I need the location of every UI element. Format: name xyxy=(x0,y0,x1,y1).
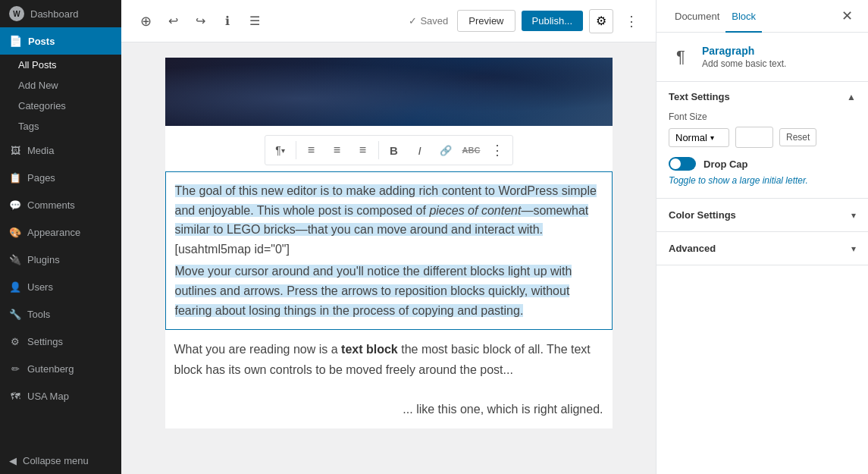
sidebar-sub-categories[interactable]: Categories xyxy=(0,96,121,116)
bold-button[interactable]: B xyxy=(382,138,406,162)
sidebar-item-users[interactable]: 👤 Users xyxy=(0,273,121,300)
saved-status: ✓ Saved xyxy=(409,15,448,27)
shortcode-line: [usahtml5map id="0"] xyxy=(175,240,603,259)
sidebar-item-media[interactable]: 🖼 Media xyxy=(0,137,121,164)
text-settings-header[interactable]: Text Settings ▲ xyxy=(656,82,868,111)
sidebar-item-plugins[interactable]: 🔌 Plugins xyxy=(0,246,121,273)
preview-button[interactable]: Preview xyxy=(457,10,515,32)
more-options-button[interactable]: ⋮ xyxy=(619,9,644,33)
info-button[interactable]: ℹ xyxy=(215,9,240,33)
panel-tabs: Document Block ✕ xyxy=(656,0,868,33)
text-settings-label: Text Settings xyxy=(669,91,730,102)
sidebar-item-gutenberg[interactable]: ✏ Gutenberg xyxy=(0,355,121,382)
align-left-button[interactable]: ≡ xyxy=(299,138,324,162)
sidebar-item-usa-map[interactable]: 🗺 USA Map xyxy=(0,382,121,410)
dashboard-label: Dashboard xyxy=(30,8,79,20)
align-center-button[interactable]: ≡ xyxy=(325,138,349,162)
sidebar-label-usa-map: USA Map xyxy=(27,391,69,402)
paragraph-type-button[interactable]: ¶ ▾ xyxy=(268,138,293,162)
align-right-button[interactable]: ≡ xyxy=(351,138,375,162)
drop-cap-label: Drop Cap xyxy=(703,159,748,170)
tab-block[interactable]: Block xyxy=(725,0,762,33)
panel-close-button[interactable]: ✕ xyxy=(838,7,856,25)
sidebar-label-tools: Tools xyxy=(27,309,50,320)
drop-cap-hint: Toggle to show a large initial letter. xyxy=(669,175,856,186)
media-icon: 🖼 xyxy=(9,144,21,156)
settings-gear-icon: ⚙ xyxy=(596,14,606,28)
block-details: Paragraph Add some basic text. xyxy=(702,45,856,69)
list-view-button[interactable]: ☰ xyxy=(243,9,267,33)
sidebar-item-pages[interactable]: 📋 Pages xyxy=(0,164,121,191)
plugins-icon: 🔌 xyxy=(9,253,21,265)
redo-button[interactable]: ↪ xyxy=(188,9,212,33)
drop-cap-toggle[interactable] xyxy=(669,157,696,171)
collapse-icon: ◀ xyxy=(9,455,17,466)
sidebar-sub-tags[interactable]: Tags xyxy=(0,116,121,137)
text-settings-content: Font Size Normal ▾ Reset Drop Cap Toggle… xyxy=(656,111,868,198)
main-area: ⊕ ↩ ↪ ℹ ☰ ✓ Saved Preview Publish... ⚙ ⋮ xyxy=(121,0,656,474)
text-settings-chevron-up: ▲ xyxy=(847,92,856,102)
sidebar-item-settings[interactable]: ⚙ Settings xyxy=(0,328,121,355)
align-left-icon: ≡ xyxy=(308,143,315,157)
right-panel: Document Block ✕ ¶ Paragraph Add some ba… xyxy=(656,0,868,474)
posts-label: Posts xyxy=(28,36,55,47)
add-block-button[interactable]: ⊕ xyxy=(133,9,158,33)
more-rich-text-button[interactable]: ⋮ xyxy=(485,138,509,162)
sidebar-item-dashboard[interactable]: W Dashboard xyxy=(0,0,121,27)
collapse-menu-button[interactable]: ◀ Collapse menu xyxy=(0,447,121,474)
font-size-input[interactable] xyxy=(735,127,773,148)
collapse-label: Collapse menu xyxy=(23,455,89,466)
users-icon: 👤 xyxy=(9,281,21,293)
close-icon: ✕ xyxy=(841,8,853,24)
redo-icon: ↪ xyxy=(196,14,205,28)
pages-icon: 📋 xyxy=(9,171,21,184)
block-name-label: Paragraph xyxy=(702,45,856,57)
block-desc-label: Add some basic text. xyxy=(702,58,856,69)
color-settings-section[interactable]: Color Settings ▾ xyxy=(656,199,868,232)
wp-icon: W xyxy=(9,6,24,21)
advanced-section[interactable]: Advanced ▾ xyxy=(656,232,868,265)
settings-icon: ⚙ xyxy=(9,335,21,347)
font-size-label: Font Size xyxy=(669,111,856,122)
drop-cap-row: Drop Cap xyxy=(669,157,856,171)
link-button[interactable]: 🔗 xyxy=(434,138,458,162)
hero-image-inner xyxy=(165,58,613,126)
advanced-label: Advanced xyxy=(669,243,716,254)
font-size-row: Normal ▾ Reset xyxy=(669,127,856,148)
editor-area: ¶ ▾ ≡ ≡ ≡ B I xyxy=(121,42,656,474)
tools-icon: 🔧 xyxy=(9,308,21,320)
reset-button[interactable]: Reset xyxy=(779,128,816,146)
settings-button[interactable]: ⚙ xyxy=(589,9,613,33)
strikethrough-button[interactable]: ABC xyxy=(459,138,484,162)
publish-button[interactable]: Publish... xyxy=(522,11,583,31)
font-size-value: Normal xyxy=(675,132,707,143)
sidebar-item-appearance[interactable]: 🎨 Appearance xyxy=(0,218,121,246)
font-size-select[interactable]: Normal ▾ xyxy=(669,128,729,147)
separator-1 xyxy=(296,141,296,159)
selected-text-span-2: Move your cursor around and you'll notic… xyxy=(175,265,572,316)
check-icon: ✓ xyxy=(409,15,417,27)
selected-text-block[interactable]: The goal of this new editor is to make a… xyxy=(165,171,613,330)
editor-canvas: ¶ ▾ ≡ ≡ ≡ B I xyxy=(165,58,613,428)
aligned-text-block[interactable]: ... like this one, which is right aligne… xyxy=(165,390,613,428)
italic-button[interactable]: I xyxy=(408,138,432,162)
tab-document[interactable]: Document xyxy=(669,0,725,33)
posts-icon: 📄 xyxy=(9,35,22,47)
select-chevron-icon: ▾ xyxy=(710,133,714,142)
block-toolbar: ¶ ▾ ≡ ≡ ≡ B I xyxy=(265,135,513,165)
shortcode-selected: [usahtml5map id="0"] xyxy=(175,243,290,256)
hero-image xyxy=(165,58,613,126)
sidebar-sub-add-new[interactable]: Add New xyxy=(0,75,121,96)
sidebar-label-plugins: Plugins xyxy=(27,254,60,265)
sidebar-label-pages: Pages xyxy=(27,172,55,184)
normal-text-block[interactable]: What you are reading now is a text block… xyxy=(165,330,613,389)
sidebar-item-tools[interactable]: 🔧 Tools xyxy=(0,300,121,328)
more-icon: ⋮ xyxy=(625,13,638,30)
undo-button[interactable]: ↩ xyxy=(161,9,185,33)
sidebar-label-comments: Comments xyxy=(27,199,75,211)
sidebar-sub-all-posts[interactable]: All Posts xyxy=(0,55,121,75)
sidebar-item-posts[interactable]: 📄 Posts xyxy=(0,27,121,55)
sidebar-item-comments[interactable]: 💬 Comments xyxy=(0,191,121,218)
color-settings-label: Color Settings xyxy=(669,209,736,221)
align-right-icon: ≡ xyxy=(359,143,366,157)
